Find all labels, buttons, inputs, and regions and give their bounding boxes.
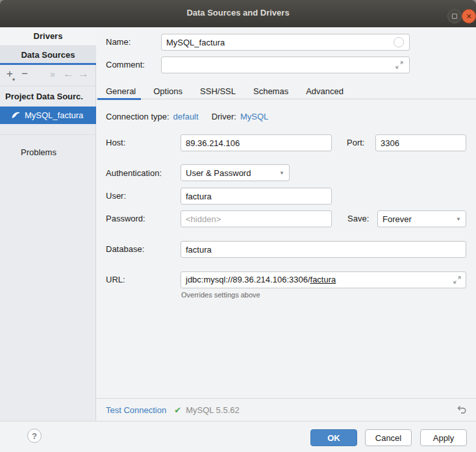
mysql-dolphin-icon (11, 110, 21, 120)
tabs-divider (96, 99, 476, 99)
name-label: Name: (106, 37, 131, 47)
cancel-button[interactable]: Cancel (365, 429, 412, 446)
url-prefix: jdbc:mysql://89.36.214.106:3306/ (186, 275, 310, 284)
tab-advanced[interactable]: Advanced (306, 86, 344, 96)
revert-icon[interactable] (457, 405, 467, 415)
maximize-button[interactable] (447, 9, 462, 23)
host-input[interactable] (181, 134, 332, 151)
sidebar-tab-data-sources-label: Data Sources (21, 50, 75, 60)
authentication-label: Authentication: (106, 168, 162, 178)
url-database-part: factura (310, 275, 336, 284)
show-more-icon[interactable]: » (50, 69, 55, 79)
tab-general[interactable]: General (106, 86, 136, 96)
chevron-down-icon: ▼ (456, 216, 461, 222)
user-label: User: (106, 191, 126, 201)
tab-schemas[interactable]: Schemas (253, 86, 288, 96)
sidebar-tab-drivers[interactable]: Drivers (0, 27, 96, 45)
user-input[interactable] (181, 188, 332, 205)
active-tab-underline (97, 98, 141, 100)
host-label: Host: (106, 138, 125, 147)
sidebar-item-mysql-factura[interactable]: MySQL_factura (0, 107, 96, 124)
sidebar-divider (0, 134, 96, 135)
close-icon: ✕ (466, 12, 471, 21)
test-connection-result: MySQL 5.5.62 (186, 405, 240, 415)
authentication-value: User & Password (186, 168, 251, 178)
problems-section-label[interactable]: Problems (21, 147, 56, 157)
url-hint: Overrides settings above (181, 291, 260, 299)
password-label: Password: (106, 214, 145, 223)
save-value: Forever (382, 214, 412, 224)
success-check-icon: ✔ (174, 405, 181, 415)
project-data-sources-header: Project Data Sourc. (5, 92, 83, 101)
apply-button[interactable]: Apply (420, 429, 467, 446)
database-input[interactable] (181, 241, 466, 258)
comment-input[interactable] (161, 56, 410, 73)
name-refresh-icon (394, 37, 404, 47)
forward-icon[interactable]: → (78, 68, 89, 81)
port-input[interactable] (375, 134, 466, 151)
remove-icon[interactable]: − (21, 68, 28, 81)
add-menu-arrow-icon: ▾ (12, 77, 15, 82)
database-label: Database: (106, 244, 144, 254)
test-connection-row: Test Connection ✔ MySQL 5.5.62 (96, 398, 476, 421)
sidebar-tab-data-sources[interactable]: Data Sources (0, 45, 96, 63)
save-label: Save: (347, 214, 369, 223)
ok-button[interactable]: OK (310, 429, 357, 446)
save-select[interactable]: Forever ▼ (377, 210, 466, 227)
driver-label: Driver: (212, 112, 236, 121)
comment-expand-icon[interactable] (395, 60, 404, 69)
authentication-select[interactable]: User & Password ▼ (181, 164, 290, 181)
sidebar-toolbar: + ▾ − » ← → (0, 65, 96, 86)
test-connection-link[interactable]: Test Connection (106, 405, 166, 415)
titlebar[interactable]: Data Sources and Drivers ✕ (0, 0, 476, 27)
form-tabs: General Options SSH/SSL Schemas Advanced (106, 86, 344, 96)
url-expand-icon[interactable] (453, 275, 462, 284)
driver-value[interactable]: MySQL (240, 112, 268, 121)
url-input[interactable]: jdbc:mysql://89.36.214.106:3306/factura (181, 271, 466, 288)
name-input[interactable] (161, 34, 410, 51)
url-label: URL: (106, 275, 125, 284)
tab-ssh-ssl[interactable]: SSH/SSL (200, 86, 236, 96)
sidebar-item-label: MySQL_factura (25, 110, 83, 120)
connection-type-row: Connection type: default Driver: MySQL (106, 112, 268, 121)
window-title: Data Sources and Drivers (0, 8, 476, 18)
help-button[interactable]: ? (27, 429, 42, 443)
chevron-down-icon: ▼ (279, 170, 284, 176)
sidebar-tab-drivers-label: Drivers (34, 31, 63, 41)
password-input[interactable] (181, 210, 332, 227)
connection-type-label: Connection type: (106, 112, 169, 121)
comment-label: Comment: (106, 60, 145, 69)
back-icon[interactable]: ← (63, 68, 74, 81)
help-icon: ? (32, 431, 37, 441)
tab-options[interactable]: Options (153, 86, 182, 96)
connection-type-value[interactable]: default (173, 112, 199, 121)
maximize-icon (452, 14, 457, 19)
close-button[interactable]: ✕ (462, 9, 476, 23)
data-sources-dialog: Data Sources and Drivers ✕ Drivers Data … (0, 0, 476, 452)
port-label: Port: (347, 138, 364, 147)
